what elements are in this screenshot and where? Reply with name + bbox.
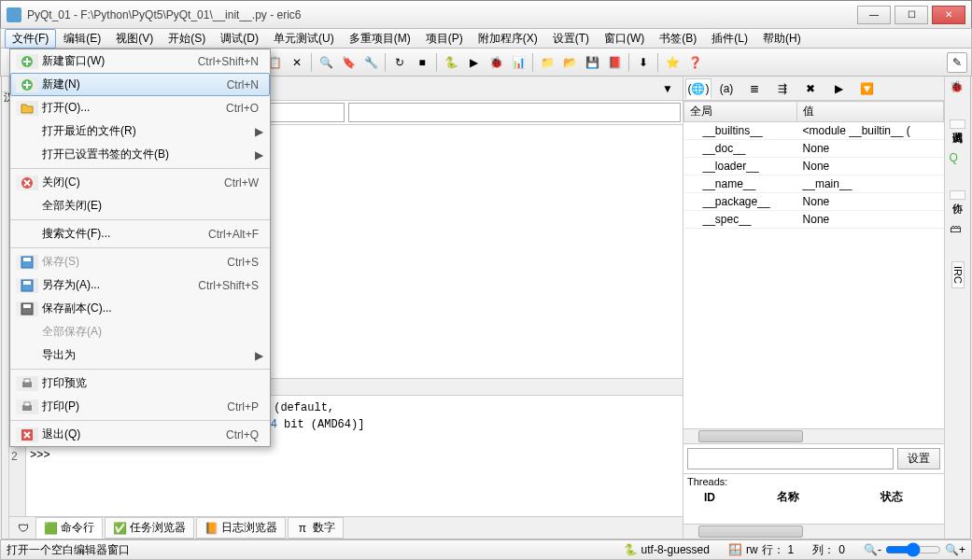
refresh-toolbtn[interactable]: ↻ <box>389 52 410 73</box>
bottom-tab-log[interactable]: 📙日志浏览器 <box>196 517 286 539</box>
table-row[interactable]: __spec__None <box>684 211 944 229</box>
proj-close-toolbtn[interactable]: 📕 <box>604 52 625 73</box>
run-toolbtn[interactable]: ▶ <box>463 52 484 73</box>
star-toolbtn[interactable]: ⭐ <box>662 52 683 73</box>
line-number: 1 <box>788 543 795 556</box>
debug-tab-globals[interactable]: (🌐) <box>685 78 711 99</box>
save-icon <box>16 255 38 270</box>
sidebar-item-debugviewer[interactable]: 调试浏览器 <box>950 119 965 129</box>
var-header-value[interactable]: 值 <box>797 102 944 122</box>
menu-edit[interactable]: 编辑(E) <box>56 29 108 49</box>
menu-item-label: 退出(Q) <box>38 427 226 442</box>
file-menu-item[interactable]: 另存为(A)...Ctrl+Shift+S <box>10 273 270 297</box>
zoom-out-icon[interactable]: 🔍- <box>864 543 881 556</box>
file-menu-item[interactable]: 搜索文件(F)...Ctrl+Alt+F <box>10 222 270 245</box>
maximize-button[interactable]: ☐ <box>895 6 928 24</box>
file-menu-item[interactable]: 打开(O)...Ctrl+O <box>10 96 270 119</box>
menu-item-label: 全部关闭(E) <box>38 198 264 214</box>
python-toolbtn[interactable]: 🐍 <box>441 52 461 73</box>
zoom-in-icon[interactable]: 🔍+ <box>945 543 965 556</box>
tab-dropdown-icon[interactable]: ▼ <box>656 82 679 95</box>
db-icon[interactable]: 🗃 <box>950 222 966 239</box>
pencil-toolbtn[interactable]: ✎ <box>947 52 967 73</box>
close-window-button[interactable]: ✕ <box>932 6 965 24</box>
svg-rect-20 <box>24 379 30 383</box>
minimize-button[interactable]: — <box>857 6 891 24</box>
table-row[interactable]: __loader__None <box>684 158 944 175</box>
threads-col-state[interactable]: 状态 <box>839 489 944 505</box>
menu-start[interactable]: 开始(S) <box>161 29 213 49</box>
proj-save-toolbtn[interactable]: 💾 <box>582 52 602 73</box>
whatsthis-toolbtn[interactable]: ❓ <box>684 52 705 73</box>
file-menu-item[interactable]: 全部关闭(E) <box>10 194 270 217</box>
menu-window[interactable]: 窗口(W) <box>597 29 652 49</box>
window-title: PyQt_01 - F:\Python\PyQt5\PyQt_01\__init… <box>27 8 857 21</box>
vars-scrollbar[interactable] <box>683 428 944 443</box>
table-row[interactable]: __package__None <box>684 193 944 211</box>
file-menu-item[interactable]: 打开已设置书签的文件(B)▶ <box>10 143 270 166</box>
save-icon <box>16 278 38 293</box>
debug-tab-6[interactable]: ▶ <box>825 78 852 99</box>
delete-toolbtn[interactable]: ✕ <box>287 52 307 73</box>
file-menu-item[interactable]: 打印(P)Ctrl+P <box>10 395 270 418</box>
menu-plugins[interactable]: 插件(L) <box>704 29 755 49</box>
menu-view[interactable]: 视图(V) <box>108 29 161 49</box>
profile-toolbtn[interactable]: 📊 <box>508 52 528 73</box>
file-menu-item[interactable]: 导出为▶ <box>10 343 270 367</box>
var-header-name[interactable]: 全局 <box>684 102 797 122</box>
table-row[interactable]: __name____main__ <box>684 175 944 193</box>
sidebar-item-irc[interactable]: IRC <box>951 261 965 288</box>
terminal-icon: 🟩 <box>44 522 57 535</box>
debug-tab-locals[interactable]: (a) <box>713 78 740 99</box>
bottom-tab-shield-icon[interactable]: 🛡 <box>13 518 34 539</box>
debug-toolbtn[interactable]: 🐞 <box>486 52 506 73</box>
menu-multiproj[interactable]: 多重项目(M) <box>342 29 418 49</box>
threads-col-name[interactable]: 名称 <box>736 489 840 505</box>
bookmark-toolbtn[interactable]: 🔖 <box>338 52 359 73</box>
file-menu-item[interactable]: 打开最近的文件(R)▶ <box>10 119 270 143</box>
menu-help[interactable]: 帮助(H) <box>755 29 809 49</box>
search-toolbtn[interactable]: 🔍 <box>316 52 336 73</box>
file-menu-item[interactable]: 全部保存(A) <box>10 320 270 343</box>
file-menu-item[interactable]: 保存副本(C)... <box>10 297 270 320</box>
qt-icon[interactable]: Q <box>950 151 966 168</box>
menu-bookmarks[interactable]: 书签(B) <box>652 29 704 49</box>
menu-item-label: 全部保存(A) <box>38 324 264 340</box>
menu-settings[interactable]: 设置(T) <box>545 29 597 49</box>
menu-unittest[interactable]: 单元测试(U) <box>266 29 342 49</box>
file-menu-item[interactable]: 退出(Q)Ctrl+Q <box>10 423 270 446</box>
file-menu-item[interactable]: 新建(N)Ctrl+N <box>10 73 270 96</box>
zoom-slider[interactable] <box>885 542 941 557</box>
table-row[interactable]: __builtins__<module __builtin__ ( <box>684 122 944 140</box>
function-dropdown[interactable] <box>348 103 682 122</box>
stop-toolbtn[interactable]: ■ <box>412 52 432 73</box>
bug-icon[interactable]: 🐞 <box>950 80 966 97</box>
bottom-tab-terminal[interactable]: 🟩命令行 <box>35 517 103 539</box>
table-row[interactable]: __doc__None <box>684 140 944 158</box>
menu-debug[interactable]: 调试(D) <box>213 29 266 49</box>
menubar: 文件(F) 编辑(E) 视图(V) 开始(S) 调试(D) 单元测试(U) 多重… <box>0 28 972 49</box>
download-toolbtn[interactable]: ⬇ <box>633 52 654 73</box>
file-menu-item[interactable]: 保存(S)Ctrl+S <box>10 250 270 273</box>
debug-tab-4[interactable]: ⇶ <box>769 78 796 99</box>
threads-col-id[interactable]: ID <box>683 489 736 505</box>
debug-tab-close[interactable]: ✖ <box>797 78 824 99</box>
bottom-tab-tasks[interactable]: ✅任务浏览器 <box>105 517 194 539</box>
debug-tab-3[interactable]: ≣ <box>741 78 768 99</box>
filter-input[interactable] <box>687 448 894 469</box>
menu-project[interactable]: 项目(P) <box>418 29 471 49</box>
file-menu-item[interactable]: 关闭(C)Ctrl+W <box>10 171 270 194</box>
menu-extras[interactable]: 附加程序(X) <box>471 29 545 49</box>
file-menu-item[interactable]: 新建窗口(W)Ctrl+Shift+N <box>10 49 270 73</box>
debug-tab-filter[interactable]: 🔽 <box>853 78 880 99</box>
sidebar-item-coop[interactable]: 协作 <box>950 190 965 200</box>
setting-button[interactable]: 设置 <box>897 448 940 469</box>
proj-add-toolbtn[interactable]: 📁 <box>537 52 557 73</box>
threads-scrollbar[interactable] <box>683 524 944 539</box>
bottom-tab-numbers[interactable]: π数字 <box>288 517 344 539</box>
proj-open-toolbtn[interactable]: 📂 <box>559 52 580 73</box>
tools-toolbtn[interactable]: 🔧 <box>360 52 381 73</box>
file-menu-dropdown: 新建窗口(W)Ctrl+Shift+N新建(N)Ctrl+N打开(O)...Ct… <box>9 49 271 447</box>
file-menu-item[interactable]: 打印预览 <box>10 371 270 395</box>
menu-file[interactable]: 文件(F) <box>5 29 56 49</box>
